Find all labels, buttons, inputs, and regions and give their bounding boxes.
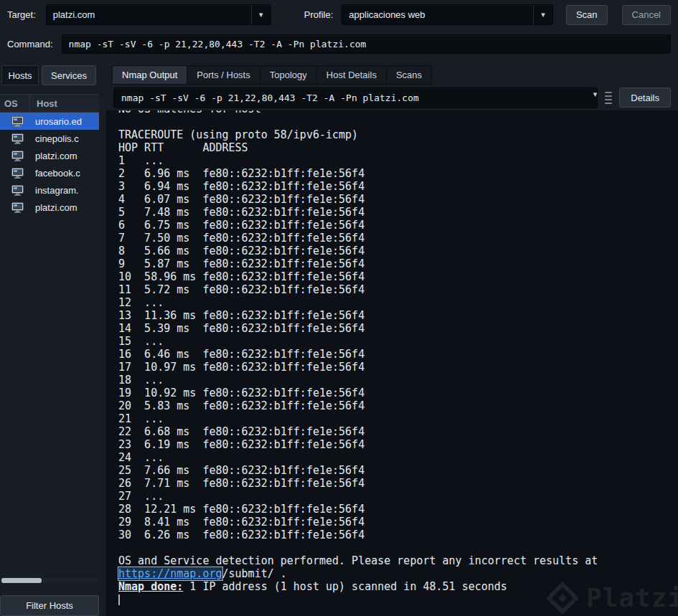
traceroute-row: 4 6.07 ms fe80::6232:b1ff:fe1e:56f4 [118,193,678,206]
host-monitor-icon [0,116,34,127]
traceroute-row: 7 7.50 ms fe80::6232:b1ff:fe1e:56f4 [118,232,678,245]
host-list: urosario.edcinepolis.cplatzi.comfacebook… [0,113,99,216]
hosts-toggle-button[interactable]: Hosts [1,65,39,85]
host-row[interactable]: platzi.com [0,147,99,164]
host-row[interactable]: platzi.com [0,199,99,216]
host-monitor-icon [0,151,34,161]
tab-ports-hosts[interactable]: Ports / Hosts [187,65,260,85]
target-label: Target: [7,9,36,20]
host-list-hscrollbar [0,578,98,583]
host-name: urosario.ed [34,116,82,127]
chevron-down-icon: ▾ [541,11,545,19]
view-toggle: Hosts Services [0,65,99,85]
output-blank-line [118,541,678,554]
host-table: OS Host urosario.edcinepolis.cplatzi.com… [0,94,99,216]
traceroute-row: 25 7.66 ms fe80::6232:b1ff:fe1e:56f4 [118,464,678,477]
host-name: cinepolis.c [34,133,79,144]
target-row: Target: ▾ Profile: ▾ Scan Cancel [0,0,678,29]
scan-select-row: nmap -sT -sV -6 -p 21,22,80,443 -T2 -A -… [106,85,678,110]
tab-scans[interactable]: Scans [387,65,432,85]
host-monitor-icon [0,133,34,144]
traceroute-row: 9 5.87 ms fe80::6232:b1ff:fe1e:56f4 [118,257,678,270]
filter-hosts-button[interactable]: Filter Hosts [0,595,99,616]
hosts-sidebar: Hosts Services OS Host urosario.edcinepo… [0,65,99,616]
details-button[interactable]: Details [619,87,671,108]
traceroute-row: 8 5.66 ms fe80::6232:b1ff:fe1e:56f4 [118,245,678,257]
host-table-header: OS Host [0,94,99,113]
results-panel: Nmap Output Ports / Hosts Topology Host … [106,65,678,616]
link-suffix: /submit/ . [222,567,287,580]
host-name: facebook.c [34,168,80,179]
host-column-header[interactable]: Host [30,98,57,109]
scan-history-value: nmap -sT -sV -6 -p 21,22,80,443 -T2 -A -… [114,88,593,108]
host-name: instagram. [34,185,79,196]
host-row[interactable]: instagram. [0,181,99,199]
command-label: Command: [7,39,53,49]
traceroute-rows: 1 ... 2 6.96 ms fe80::6232:b1ff:fe1e:56f… [118,154,678,541]
traceroute-row: 22 6.68 ms fe80::6232:b1ff:fe1e:56f4 [118,425,678,438]
text-cursor [118,594,120,605]
scan-toolbar: Target: ▾ Profile: ▾ Scan Cancel Command… [0,0,678,59]
traceroute-row: 24 ... [118,451,678,464]
chevron-down-icon: ▾ [259,11,263,19]
hscrollbar-thumb[interactable] [1,578,42,583]
target-dropdown-button[interactable]: ▾ [251,5,270,24]
host-monitor-icon [0,202,34,213]
traceroute-row: 1 ... [118,154,678,167]
traceroute-row: 23 6.19 ms fe80::6232:b1ff:fe1e:56f4 [118,438,678,451]
profile-combo: ▾ [342,4,553,25]
traceroute-row: 15 ... [118,335,678,348]
host-monitor-icon [0,168,34,179]
traceroute-row: 11 5.72 ms fe80::6232:b1ff:fe1e:56f4 [118,283,678,296]
command-input[interactable] [62,34,671,54]
traceroute-row: 2 6.96 ms fe80::6232:b1ff:fe1e:56f4 [118,167,678,180]
host-row[interactable]: facebook.c [0,164,99,181]
link-line: https://nmap.org/submit/ . [118,567,678,580]
os-detection-note: OS and Service detection performed. Plea… [118,554,678,567]
nmap-output-pane[interactable]: No OS matches for host TRACEROUTE (using… [106,110,678,616]
scan-button[interactable]: Scan [566,5,608,25]
target-input[interactable] [47,5,251,24]
tab-topology[interactable]: Topology [260,65,317,85]
host-row[interactable]: urosario.ed [0,113,99,130]
traceroute-row: 6 6.75 ms fe80::6232:b1ff:fe1e:56f4 [118,219,678,232]
drag-handle-icon[interactable] [603,89,613,106]
cancel-button[interactable]: Cancel [622,5,671,25]
traceroute-row: 16 6.46 ms fe80::6232:b1ff:fe1e:56f4 [118,348,678,361]
output-blank-line [118,115,678,128]
traceroute-row: 10 58.96 ms fe80::6232:b1ff:fe1e:56f4 [118,270,678,283]
services-toggle-button[interactable]: Services [42,65,96,85]
traceroute-row: 17 10.97 ms fe80::6232:b1ff:fe1e:56f4 [118,361,678,374]
profile-dropdown-button[interactable]: ▾ [533,5,552,24]
traceroute-row: 18 ... [118,374,678,387]
tab-nmap-output[interactable]: Nmap Output [112,65,187,85]
traceroute-row: 12 ... [118,296,678,309]
host-row[interactable]: cinepolis.c [0,130,99,147]
traceroute-row: 27 ... [118,490,678,503]
target-combo: ▾ [46,4,271,25]
traceroute-header: HOP RTT ADDRESS [118,141,678,154]
profile-input[interactable] [342,5,533,24]
scan-history-select[interactable]: nmap -sT -sV -6 -p 21,22,80,443 -T2 -A -… [113,87,598,108]
scan-history-dropdown-button[interactable]: ▾ [593,88,598,108]
traceroute-row: 26 7.71 ms fe80::6232:b1ff:fe1e:56f4 [118,477,678,490]
traceroute-row: 13 11.36 ms fe80::6232:b1ff:fe1e:56f4 [118,309,678,322]
host-monitor-icon [0,185,34,196]
traceroute-row: 3 6.94 ms fe80::6232:b1ff:fe1e:56f4 [118,180,678,193]
nmap-done-line: Nmap done: 1 IP address (1 host up) scan… [118,580,678,593]
host-name: platzi.com [34,202,77,213]
profile-label: Profile: [304,9,333,20]
traceroute-row: 29 8.41 ms fe80::6232:b1ff:fe1e:56f4 [118,516,678,529]
nmap-done-rest: 1 IP address (1 host up) scanned in 48.5… [183,580,507,593]
traceroute-row: 20 5.83 ms fe80::6232:b1ff:fe1e:56f4 [118,399,678,412]
cursor-line [118,593,678,606]
traceroute-row: 30 6.26 ms fe80::6232:b1ff:fe1e:56f4 [118,529,678,541]
tab-bar: Nmap Output Ports / Hosts Topology Host … [106,65,678,85]
command-row: Command: [0,29,678,59]
traceroute-row: 5 7.48 ms fe80::6232:b1ff:fe1e:56f4 [118,206,678,219]
traceroute-row: 21 ... [118,412,678,425]
tab-host-details[interactable]: Host Details [317,65,387,85]
nmap-submit-link[interactable]: https://nmap.org [118,567,222,580]
os-column-header[interactable]: OS [0,95,30,112]
chevron-down-icon: ▾ [593,90,598,98]
